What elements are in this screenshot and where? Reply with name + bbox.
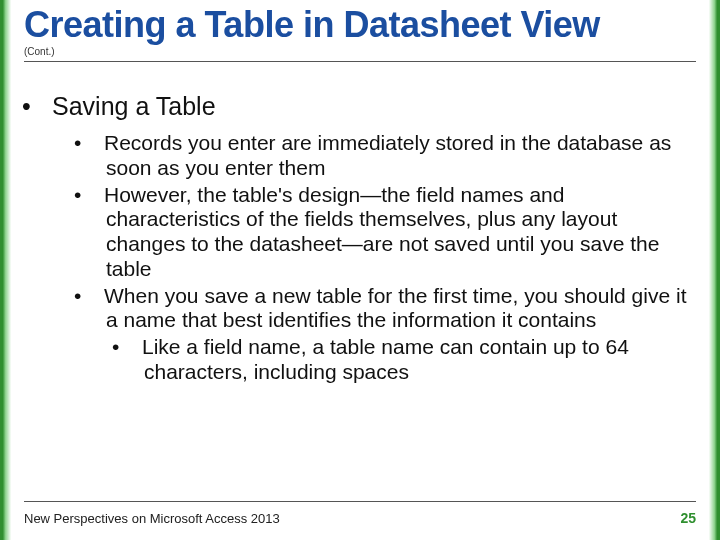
bullet-text: Like a field name, a table name can cont… bbox=[142, 335, 629, 383]
slide-header: Creating a Table in Datasheet View (Cont… bbox=[24, 6, 696, 62]
bullet-level-2: •When you save a new table for the first… bbox=[90, 284, 692, 334]
bullet-text: Saving a Table bbox=[52, 92, 216, 120]
title-rule bbox=[24, 61, 696, 62]
bullet-text: When you save a new table for the first … bbox=[104, 284, 686, 332]
page-number: 25 bbox=[680, 510, 696, 526]
accent-right bbox=[706, 0, 720, 540]
bullet-level-3: •Like a field name, a table name can con… bbox=[128, 335, 692, 385]
slide-continued: (Cont.) bbox=[24, 46, 696, 57]
slide-content: •Saving a Table •Records you enter are i… bbox=[28, 92, 692, 484]
bullet-level-2: •However, the table's design—the field n… bbox=[90, 183, 692, 282]
footer-text: New Perspectives on Microsoft Access 201… bbox=[24, 511, 280, 526]
slide-footer: New Perspectives on Microsoft Access 201… bbox=[24, 501, 696, 526]
bullet-text: Records you enter are immediately stored… bbox=[104, 131, 671, 179]
slide: Creating a Table in Datasheet View (Cont… bbox=[0, 0, 720, 540]
slide-title: Creating a Table in Datasheet View bbox=[24, 6, 696, 44]
bullet-text: However, the table's design—the field na… bbox=[104, 183, 659, 280]
bullet-level-2: •Records you enter are immediately store… bbox=[90, 131, 692, 181]
accent-left bbox=[0, 0, 14, 540]
bullet-level-1: •Saving a Table bbox=[38, 92, 692, 121]
